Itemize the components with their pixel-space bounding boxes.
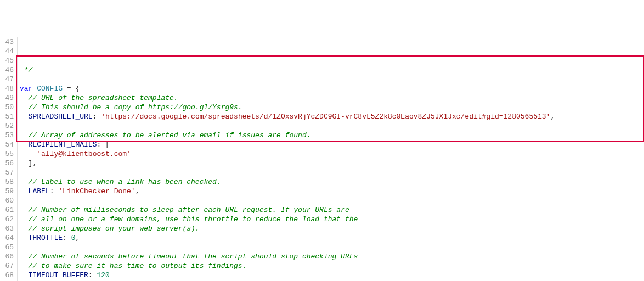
line-number: 45 <box>0 56 14 65</box>
code-token: CONFIG <box>37 85 63 93</box>
code-token <box>20 215 29 223</box>
code-line[interactable]: // script imposes on your web server(s). <box>20 224 644 233</box>
code-token: ], <box>20 159 37 167</box>
line-number: 64 <box>0 233 14 243</box>
code-token: LABEL <box>29 187 50 195</box>
line-number: 54 <box>0 140 14 149</box>
code-line[interactable]: // Number of milliseconds to sleep after… <box>20 205 644 215</box>
code-token <box>20 103 29 111</box>
code-line[interactable]: 'ally@klientboost.com' <box>20 149 644 159</box>
code-line[interactable]: */ <box>20 65 644 75</box>
code-line[interactable]: SPREADSHEET_URL: 'https://docs.google.co… <box>20 112 644 121</box>
line-number: 43 <box>0 37 14 47</box>
line-number: 51 <box>0 112 14 121</box>
code-line[interactable]: // Number of seconds before timeout that… <box>20 252 644 261</box>
code-token <box>20 234 29 242</box>
code-token: // This should be a copy of https://goo.… <box>29 103 242 111</box>
code-editor[interactable]: 4344454647484950515253545556575859606162… <box>0 37 644 281</box>
code-token <box>20 131 29 139</box>
code-line[interactable]: // This should be a copy of https://goo.… <box>20 103 644 112</box>
code-token <box>20 187 29 195</box>
code-token: // URL of the spreadsheet template. <box>29 94 178 102</box>
line-number: 63 <box>0 224 14 233</box>
code-token <box>20 140 29 149</box>
code-token: // script imposes on your web server(s). <box>29 224 200 233</box>
code-token: THROTTLE <box>29 234 63 242</box>
code-token: , <box>550 113 555 121</box>
line-number: 53 <box>0 131 14 140</box>
code-token: // all on one or a few domains, use this… <box>29 215 358 223</box>
code-token: 'LinkChecker_Done' <box>58 187 135 195</box>
line-number-gutter: 4344454647484950515253545556575859606162… <box>0 37 18 281</box>
code-area[interactable]: */var CONFIG = { // URL of the spreadshe… <box>18 37 644 281</box>
code-token: : <box>50 187 59 195</box>
line-number: 67 <box>0 261 14 271</box>
code-line[interactable]: var CONFIG = { <box>20 84 644 93</box>
line-number: 50 <box>0 103 14 112</box>
code-token <box>20 252 29 261</box>
code-token <box>20 224 29 233</box>
code-line[interactable]: ], <box>20 159 644 168</box>
code-line[interactable] <box>20 75 644 84</box>
line-number: 52 <box>0 121 14 131</box>
code-token: : [ <box>97 140 109 149</box>
code-token: 'ally@klientboost.com' <box>37 150 131 158</box>
code-token: // Array of addresses to be alerted via … <box>29 131 311 139</box>
code-token: = { <box>63 85 80 93</box>
code-token: // Label to use when a link has been che… <box>29 178 221 186</box>
code-line[interactable] <box>20 168 644 177</box>
code-token: 'https://docs.google.com/spreadsheets/d/… <box>101 113 550 121</box>
code-token <box>20 271 29 279</box>
code-token <box>20 94 29 102</box>
code-token: // Number of milliseconds to sleep after… <box>29 206 349 214</box>
code-line[interactable]: RECIPIENT_EMAILS: [ <box>20 140 644 149</box>
code-line[interactable] <box>20 196 644 205</box>
code-token: var <box>20 85 32 93</box>
line-number: 44 <box>0 47 14 56</box>
line-number: 47 <box>0 75 14 84</box>
code-token <box>20 150 37 158</box>
code-line[interactable]: // to make sure it has time to output it… <box>20 261 644 271</box>
code-line[interactable] <box>20 121 644 131</box>
line-number: 60 <box>0 196 14 205</box>
line-number: 55 <box>0 149 14 159</box>
line-number: 57 <box>0 168 14 177</box>
code-token: // to make sure it has time to output it… <box>29 262 247 270</box>
code-token <box>20 113 29 121</box>
code-token: SPREADSHEET_URL <box>29 113 93 121</box>
line-number: 61 <box>0 205 14 215</box>
line-number: 68 <box>0 271 14 280</box>
line-number: 59 <box>0 187 14 196</box>
code-line[interactable]: // Label to use when a link has been che… <box>20 177 644 187</box>
line-number: 56 <box>0 159 14 168</box>
code-line[interactable]: LABEL: 'LinkChecker_Done', <box>20 187 644 196</box>
code-line[interactable]: TIMEOUT_BUFFER: 120 <box>20 271 644 280</box>
code-line[interactable] <box>20 243 644 252</box>
code-line[interactable]: THROTTLE: 0, <box>20 233 644 243</box>
line-number: 65 <box>0 243 14 252</box>
code-token: */ <box>24 66 33 74</box>
code-token <box>20 206 29 214</box>
line-number: 49 <box>0 93 14 103</box>
code-token: 120 <box>97 271 109 279</box>
line-number: 58 <box>0 177 14 187</box>
line-number: 48 <box>0 84 14 93</box>
code-token: , <box>75 234 80 242</box>
code-token: RECIPIENT_EMAILS <box>29 140 97 149</box>
code-token <box>20 262 29 270</box>
code-token: TIMEOUT_BUFFER <box>29 271 88 279</box>
code-token: // Number of seconds before timeout that… <box>29 252 358 261</box>
line-number: 66 <box>0 252 14 261</box>
line-number: 46 <box>0 65 14 75</box>
line-number: 62 <box>0 215 14 224</box>
code-token: : <box>63 234 71 242</box>
code-line[interactable]: // all on one or a few domains, use this… <box>20 215 644 224</box>
code-token: : <box>93 113 101 121</box>
code-token: , <box>135 187 140 195</box>
code-token <box>20 66 24 74</box>
code-token <box>20 178 29 186</box>
code-line[interactable]: // Array of addresses to be alerted via … <box>20 131 644 140</box>
code-line[interactable]: // URL of the spreadsheet template. <box>20 93 644 103</box>
code-token: : <box>88 271 97 279</box>
